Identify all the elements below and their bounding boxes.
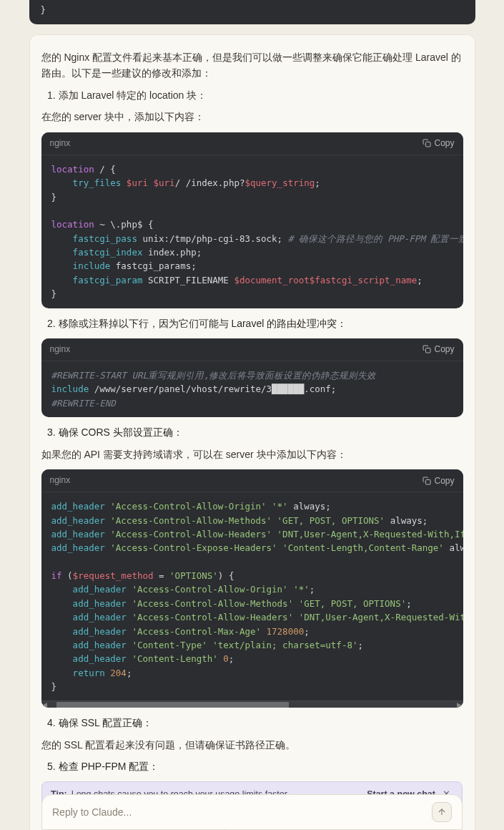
previous-code-tail: } bbox=[29, 0, 475, 24]
code-lang-label: nginx bbox=[50, 137, 71, 150]
step-5: 检查 PHP-FPM 配置： bbox=[59, 758, 463, 774]
svg-rect-1 bbox=[426, 348, 431, 353]
step-1-note: 在您的 server 块中，添加以下内容： bbox=[41, 109, 463, 125]
scrollbar-thumb[interactable] bbox=[56, 702, 289, 708]
assistant-message: 您的 Nginx 配置文件看起来基本正确，但是我们可以做一些调整来确保它能正确处… bbox=[29, 34, 475, 830]
copy-button[interactable]: Copy bbox=[423, 476, 454, 486]
code-content-1[interactable]: location / { try_files $uri $uri/ /index… bbox=[41, 155, 463, 308]
step-4: 确保 SSL 配置正确： bbox=[59, 715, 463, 731]
input-placeholder: Reply to Claude... bbox=[52, 804, 132, 820]
copy-icon bbox=[423, 139, 431, 147]
scroll-left-icon[interactable]: ◀ bbox=[41, 700, 49, 708]
code-block-1: nginx Copy location / { try_files $uri $… bbox=[41, 132, 463, 308]
code-content-3[interactable]: add_header 'Access-Control-Allow-Origin'… bbox=[41, 492, 463, 700]
send-button[interactable] bbox=[432, 802, 452, 822]
arrow-up-icon bbox=[437, 807, 447, 817]
step-4-note: 您的 SSL 配置看起来没有问题，但请确保证书路径正确。 bbox=[41, 737, 463, 753]
scroll-right-icon[interactable]: ▶ bbox=[456, 700, 463, 708]
intro-paragraph: 您的 Nginx 配置文件看起来基本正确，但是我们可以做一些调整来确保它能正确处… bbox=[41, 49, 463, 82]
copy-icon bbox=[423, 345, 431, 353]
code-block-3: nginx Copy add_header 'Access-Control-Al… bbox=[41, 469, 463, 708]
step-2: 移除或注释掉以下行，因为它们可能与 Laravel 的路由处理冲突： bbox=[59, 316, 463, 331]
code-block-2: nginx Copy #REWRITE-START URL重写规则引用,修改后将… bbox=[41, 338, 463, 417]
step-1: 添加 Laravel 特定的 location 块： bbox=[59, 87, 463, 103]
code-content-2[interactable]: #REWRITE-START URL重写规则引用,修改后将导致面板设置的伪静态规… bbox=[41, 361, 463, 417]
step-3-note: 如果您的 API 需要支持跨域请求，可以在 server 块中添加以下内容： bbox=[41, 446, 463, 462]
code-lang-label: nginx bbox=[50, 474, 71, 487]
svg-rect-0 bbox=[426, 142, 431, 147]
copy-button[interactable]: Copy bbox=[423, 138, 454, 148]
copy-button[interactable]: Copy bbox=[423, 344, 454, 354]
horizontal-scrollbar[interactable]: ◀ ▶ bbox=[41, 700, 463, 708]
code-lang-label: nginx bbox=[50, 343, 71, 356]
svg-rect-2 bbox=[426, 479, 431, 484]
chat-input-bar[interactable]: Reply to Claude... bbox=[41, 794, 463, 830]
step-3: 确保 CORS 头部设置正确： bbox=[59, 424, 463, 440]
copy-icon bbox=[423, 477, 431, 485]
